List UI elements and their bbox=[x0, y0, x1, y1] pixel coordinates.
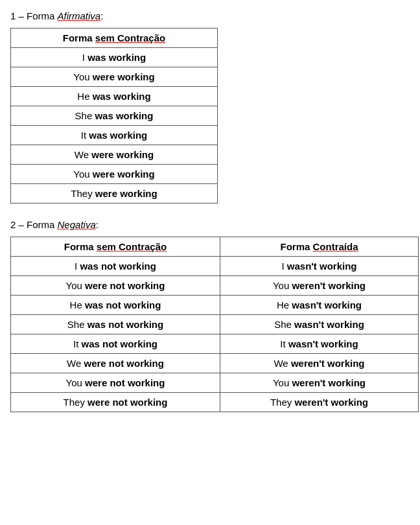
table-row: It was not working bbox=[11, 334, 220, 354]
table-row: We were working bbox=[11, 145, 218, 165]
section1-title: 1 – Forma Afirmativa: bbox=[10, 10, 410, 21]
affirmative-header: Forma sem Contração bbox=[11, 29, 218, 48]
table-row: It was working bbox=[11, 126, 218, 145]
table-row: You were not working bbox=[11, 276, 220, 296]
table-row: It wasn't working bbox=[220, 334, 418, 354]
table-row: He was not working bbox=[11, 296, 220, 315]
table-row: They were not working bbox=[11, 393, 220, 412]
table-row: He was working bbox=[11, 87, 218, 106]
section2-title: 2 – Forma Negativa: bbox=[10, 219, 410, 230]
negative-header-left: Forma sem Contração bbox=[11, 237, 220, 257]
table-row: I wasn't working bbox=[220, 257, 418, 276]
affirmative-table: Forma sem Contração I was workingYou wer… bbox=[10, 28, 218, 204]
table-row: You weren't working bbox=[220, 276, 418, 296]
table-row: You were not working bbox=[11, 373, 220, 393]
table-row: You were working bbox=[11, 67, 218, 87]
table-row: We weren't working bbox=[220, 354, 418, 373]
table-row: They were working bbox=[11, 184, 218, 204]
table-row: You were working bbox=[11, 165, 218, 184]
table-row: They weren't working bbox=[220, 393, 418, 412]
negative-header-right: Forma Contraída bbox=[220, 237, 418, 257]
table-row: We were not working bbox=[11, 354, 220, 373]
table-row: She was not working bbox=[11, 315, 220, 334]
table-row: She was working bbox=[11, 106, 218, 126]
table-row: I was working bbox=[11, 48, 218, 67]
table-row: I was not working bbox=[11, 257, 220, 276]
table-row: She wasn't working bbox=[220, 315, 418, 334]
table-row: He wasn't working bbox=[220, 296, 418, 315]
negative-table: Forma sem Contração Forma Contraída I wa… bbox=[10, 237, 419, 412]
table-row: You weren't working bbox=[220, 373, 418, 393]
